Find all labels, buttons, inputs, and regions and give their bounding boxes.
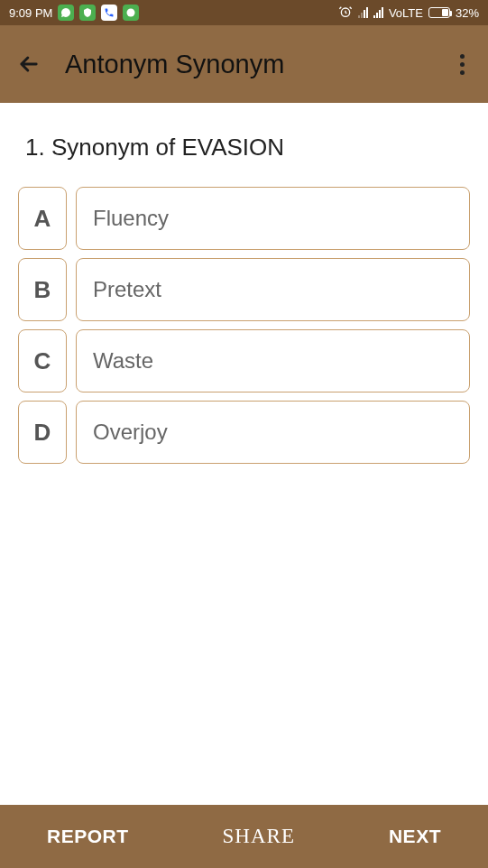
battery-icon: [428, 7, 450, 18]
signal-icon-1: [358, 7, 368, 18]
option-text-b[interactable]: Pretext: [76, 258, 470, 321]
dot-icon: [460, 62, 465, 67]
status-right: VoLTE 32%: [338, 5, 479, 22]
svg-point-0: [127, 9, 135, 17]
option-letter-c[interactable]: C: [18, 329, 67, 392]
option-letter-d[interactable]: D: [18, 401, 67, 464]
back-button[interactable]: [16, 51, 41, 77]
option-letter-a[interactable]: A: [18, 187, 67, 250]
status-bar: 9:09 PM VoLTE 32%: [0, 0, 488, 25]
dot-icon: [460, 54, 465, 59]
share-button[interactable]: SHARE: [205, 816, 313, 857]
alarm-icon: [338, 5, 353, 22]
page-title: Antonym Synonym: [65, 50, 284, 79]
status-time: 9:09 PM: [9, 6, 52, 20]
bottom-bar: REPORT SHARE NEXT: [0, 805, 488, 868]
option-row-d: D Overjoy: [18, 401, 470, 464]
option-row-a: A Fluency: [18, 187, 470, 250]
more-menu-button[interactable]: [453, 47, 472, 82]
volte-label: VoLTE: [389, 6, 423, 20]
option-row-b: B Pretext: [18, 258, 470, 321]
whatsapp-icon: [58, 5, 74, 21]
message-icon: [123, 5, 139, 21]
content-area: 1. Synonym of EVASION A Fluency B Pretex…: [0, 103, 488, 805]
option-row-c: C Waste: [18, 329, 470, 392]
dot-icon: [460, 70, 465, 75]
status-left: 9:09 PM: [9, 5, 139, 21]
report-button[interactable]: REPORT: [29, 817, 147, 856]
shield-icon: [79, 5, 96, 21]
option-text-a[interactable]: Fluency: [76, 187, 470, 250]
question-prompt: 1. Synonym of EVASION: [18, 134, 470, 162]
app-bar: Antonym Synonym: [0, 25, 488, 103]
phone-icon: [101, 5, 117, 21]
signal-icon-2: [373, 7, 383, 18]
next-button[interactable]: NEXT: [371, 817, 459, 856]
option-text-c[interactable]: Waste: [76, 329, 470, 392]
option-letter-b[interactable]: B: [18, 258, 67, 321]
battery-pct: 32%: [456, 6, 479, 20]
option-text-d[interactable]: Overjoy: [76, 401, 470, 464]
